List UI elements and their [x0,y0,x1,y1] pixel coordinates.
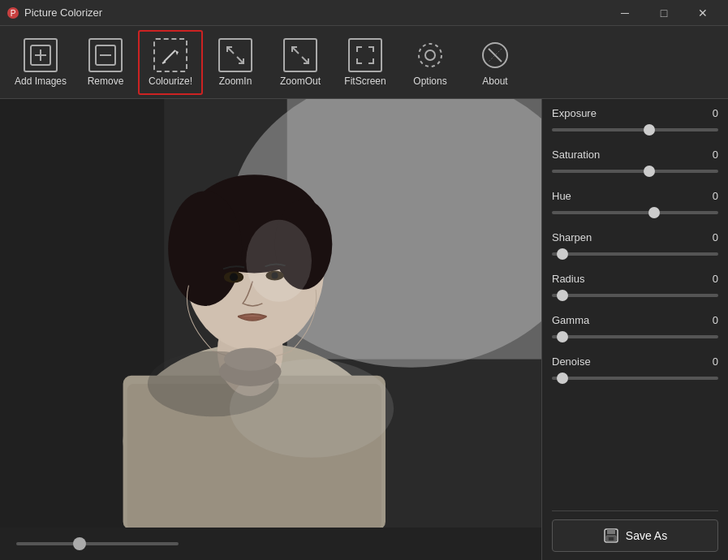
about-label: About [482,75,507,87]
zoom-in-label: ZoomIn [219,75,252,87]
svg-rect-41 [607,529,615,534]
add-images-icon [24,38,58,72]
hue-label-row: Hue 0 [552,190,718,202]
app-icon: P [6,6,19,19]
svg-point-29 [168,191,242,305]
hue-adjustment: Hue 0 [552,190,718,220]
sharpen-track[interactable] [552,252,718,256]
options-button[interactable]: Options [398,30,463,95]
saturation-label-row: Saturation 0 [552,149,718,161]
about-icon [478,38,512,72]
colourize-button[interactable]: Colourize! [138,30,203,95]
sharpen-adjustment: Sharpen 0 [552,231,718,261]
svg-line-13 [302,57,308,63]
gamma-adjustment: Gamma 0 [552,314,718,344]
denoise-label-row: Denoise 0 [552,355,718,368]
gamma-thumb[interactable] [557,331,568,342]
hue-value: 0 [705,190,718,202]
svg-point-35 [246,220,312,302]
denoise-track[interactable] [552,377,718,380]
minimize-button[interactable]: ─ [606,0,644,26]
app-title: Picture Colorizer [24,6,102,19]
zoom-out-button[interactable]: ZoomOut [268,30,333,95]
remove-icon [88,38,123,72]
gamma-value: 0 [705,314,718,326]
svg-point-39 [224,347,277,370]
remove-button[interactable]: Remove [73,30,138,95]
maximize-button[interactable]: □ [645,0,683,26]
svg-line-9 [162,62,166,63]
svg-point-15 [419,44,442,67]
svg-point-14 [425,50,435,60]
svg-marker-8 [175,50,179,55]
radius-slider-row [552,288,718,303]
save-as-label: Save As [626,529,667,542]
main-content: Exposure 0 Saturation 0 [0,99,728,560]
svg-rect-43 [609,537,614,541]
saturation-track[interactable] [552,170,718,173]
gamma-slider-row [552,330,718,344]
sharpen-thumb[interactable] [557,248,568,260]
radius-label-row: Radius 0 [552,273,718,285]
zoom-out-label: ZoomOut [280,75,321,87]
title-bar-left: P Picture Colorizer [6,6,102,19]
svg-line-7 [164,50,175,62]
denoise-thumb[interactable] [557,373,568,384]
svg-point-32 [230,273,238,281]
image-container [0,99,541,560]
saturation-value: 0 [705,149,718,161]
add-images-button[interactable]: Add Images [8,30,73,95]
svg-line-10 [227,47,234,54]
colourize-icon [153,38,187,72]
svg-line-17 [489,49,502,62]
spacer [552,397,718,510]
exposure-adjustment: Exposure 0 [552,107,718,137]
fit-screen-label: FitScreen [344,75,386,87]
about-button[interactable]: About [463,30,528,95]
close-button[interactable]: ✕ [684,0,722,26]
saturation-slider-row [552,164,718,179]
photo-display [0,99,541,528]
exposure-label: Exposure [552,107,597,119]
denoise-adjustment: Denoise 0 [552,355,718,386]
hue-track[interactable] [552,211,718,214]
zoom-in-icon [218,38,252,72]
exposure-thumb[interactable] [644,124,655,136]
hue-thumb[interactable] [648,207,660,218]
svg-text:P: P [11,9,16,18]
remove-label: Remove [88,75,124,87]
sharpen-slider-row [552,247,718,261]
svg-line-11 [237,57,243,63]
title-bar: P Picture Colorizer ─ □ ✕ [0,0,728,26]
fit-screen-icon [348,38,382,72]
saturation-adjustment: Saturation 0 [552,149,718,179]
exposure-slider-row [552,123,718,137]
exposure-value: 0 [705,107,718,119]
radius-thumb[interactable] [557,290,568,301]
radius-label: Radius [552,273,584,285]
colourize-label: Colourize! [149,75,192,87]
save-as-button[interactable]: Save As [552,519,718,552]
fit-screen-button[interactable]: FitScreen [333,30,398,95]
sharpen-label-row: Sharpen 0 [552,231,718,243]
denoise-slider-row [552,371,718,386]
save-icon [603,528,619,544]
zoom-out-icon [283,38,317,72]
radius-value: 0 [705,273,718,285]
zoom-slider-thumb[interactable] [73,537,86,550]
right-panel: Exposure 0 Saturation 0 [541,99,728,560]
exposure-label-row: Exposure 0 [552,107,718,119]
gamma-track[interactable] [552,335,718,338]
exposure-track[interactable] [552,128,718,131]
radius-track[interactable] [552,294,718,297]
zoom-slider-track[interactable] [16,542,179,545]
denoise-label: Denoise [552,355,591,368]
saturation-thumb[interactable] [644,166,655,177]
gamma-label-row: Gamma 0 [552,314,718,326]
radius-adjustment: Radius 0 [552,273,718,303]
zoom-in-button[interactable]: ZoomIn [203,30,268,95]
save-area: Save As [552,510,718,552]
sharpen-label: Sharpen [552,231,592,243]
options-label: Options [413,75,446,87]
denoise-value: 0 [705,355,718,368]
